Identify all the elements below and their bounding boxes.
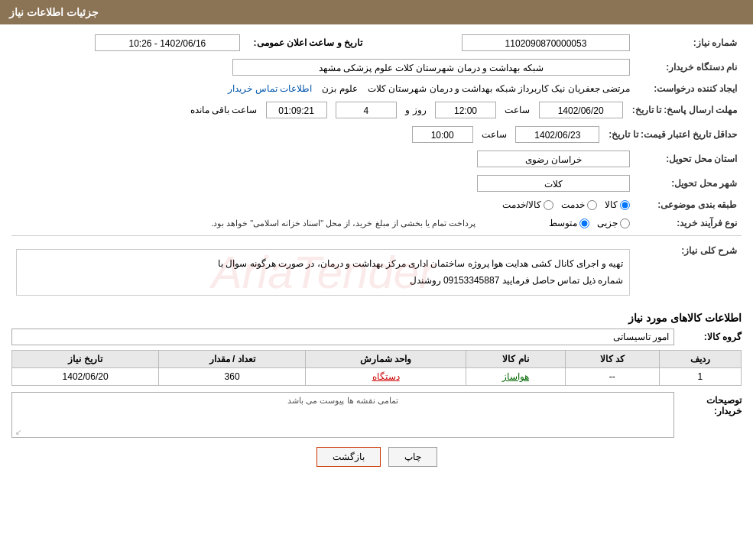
province-input: خراسان رضوی: [477, 151, 630, 167]
buyer-notes-label: توصیحات خریدار:: [680, 392, 742, 416]
description-line2: شماره ذیل تماس حاصل فرمایید 09153345887 …: [23, 273, 623, 290]
info-table-row1: شماره نیاز: 1102090870000053 تاریخ و ساع…: [11, 32, 742, 53]
buyer-notes-text: تمامی نقشه ها پیوست می باشد: [12, 393, 673, 409]
deadline-label: مهلت ارسال پاسخ: تا تاریخ:: [628, 99, 742, 121]
requester-name: مرتضی جعفریان نیک کاربرداز شبکه بهداشت و…: [368, 83, 630, 94]
description-label: شرح کلی نیاز:: [635, 241, 742, 304]
category-label: طبقه بندی موضوعی:: [635, 197, 742, 212]
city-input: کلات: [477, 175, 630, 192]
cell-unit: دستگاه: [306, 368, 466, 386]
info-table-row7: شهر محل تحویل: کلات: [11, 173, 742, 194]
buyer-value: شبکه بهداشت و درمان شهرستان کلات علوم پز…: [38, 57, 635, 78]
description-line1: تهیه و اجرای کانال کشی هدایت هوا پروژه س…: [23, 256, 623, 273]
deadline-days-input: 4: [336, 102, 397, 118]
description-box: AriaTender تهیه و اجرای کانال کشی هدایت …: [16, 249, 630, 296]
price-validity-time-input: 10:00: [412, 126, 473, 143]
buyer-notes-box: تمامی نقشه ها پیوست می باشد ↙: [11, 392, 674, 438]
deadline-time-label: ساعت: [505, 105, 530, 115]
process-label: نوع فرآیند خرید:: [635, 215, 742, 231]
province-value: خراسان رضوی: [11, 148, 635, 170]
need-number-input: 1102090870000053: [462, 34, 630, 51]
category-radio-goods[interactable]: کالا: [605, 199, 630, 210]
info-table-row9: نوع فرآیند خرید: جزیی متوسط پرداخت تمام …: [11, 215, 742, 231]
process-radio-medium[interactable]: متوسط: [549, 218, 589, 228]
deadline-remaining-input: 01:09:21: [266, 102, 327, 118]
info-table-row6: استان محل تحویل: خراسان رضوی: [11, 148, 742, 170]
requester-label: ایجاد کننده درخواست:: [635, 81, 742, 96]
goods-group-row: گروه کالا: امور تاسیساتی: [11, 329, 742, 345]
info-table-row5: حداقل تاریخ اعتبار قیمت: تا تاریخ: 1402/…: [11, 124, 742, 145]
announce-date-label: تاریخ و ساعت اعلان عمومی:: [245, 32, 367, 53]
announce-date-input: 1402/06/16 - 10:26: [95, 34, 240, 51]
deadline-days-label: روز و: [405, 105, 426, 115]
table-row: 1 -- هواساز دستگاه 360 1402/06/20: [12, 368, 742, 386]
col-header-code: کد کالا: [565, 351, 659, 368]
city-value: کلات: [11, 173, 635, 194]
page-header: جزئیات اطلاعات نیاز: [0, 0, 753, 24]
price-validity-time-label: ساعت: [482, 129, 507, 140]
requester-value: مرتضی جعفریان نیک کاربرداز شبکه بهداشت و…: [11, 81, 635, 96]
info-table-row3: ایجاد کننده درخواست: مرتضی جعفریان نیک ک…: [11, 81, 742, 96]
category-value: کالا خدمت کالا/خدمت: [11, 197, 635, 212]
deadline-value: 1402/06/20 ساعت 12:00 روز و 4 01:09:21 س…: [11, 99, 628, 121]
buyer-input: شبکه بهداشت و درمان شهرستان کلات علوم پز…: [232, 59, 630, 76]
info-table-row2: نام دستگاه خریدار: شبکه بهداشت و درمان ش…: [11, 57, 742, 78]
col-header-qty: تعداد / مقدار: [159, 351, 306, 368]
cell-date: 1402/06/20: [12, 368, 159, 386]
process-radio-partial[interactable]: جزیی: [597, 218, 630, 228]
resize-handle: ↙: [12, 428, 21, 437]
page-wrapper: جزئیات اطلاعات نیاز شماره نیاز: 11020908…: [0, 0, 753, 560]
description-section: شرح کلی نیاز: AriaTender تهیه و اجرای کا…: [11, 241, 742, 304]
cell-code: --: [565, 368, 659, 386]
cell-rownum: 1: [659, 368, 741, 386]
category-radio-service[interactable]: خدمت: [561, 199, 597, 210]
info-table-row4: مهلت ارسال پاسخ: تا تاریخ: 1402/06/20 سا…: [11, 99, 742, 121]
print-button[interactable]: چاپ: [388, 447, 437, 467]
col-header-name: نام کالا: [466, 351, 566, 368]
bottom-buttons: چاپ بازگشت: [11, 447, 742, 467]
province-label: استان محل تحویل:: [635, 148, 742, 170]
announce-date-value: 1402/06/16 - 10:26: [11, 32, 245, 53]
buyer-notes-row: توصیحات خریدار: تمامی نقشه ها پیوست می ب…: [11, 392, 742, 438]
process-value: جزیی متوسط: [480, 215, 635, 231]
deadline-remaining-label: ساعت باقی مانده: [190, 105, 258, 115]
price-validity-value: 1402/06/23 ساعت 10:00: [11, 124, 604, 145]
back-button[interactable]: بازگشت: [316, 447, 381, 467]
goods-section-heading: اطلاعات کالاهای مورد نیاز: [11, 312, 742, 324]
price-validity-label: حداقل تاریخ اعتبار قیمت: تا تاریخ:: [604, 124, 742, 145]
col-header-rownum: ردیف: [659, 351, 741, 368]
page-title: جزئیات اطلاعات نیاز: [9, 6, 99, 18]
info-table-row8: طبقه بندی موضوعی: کالا خدمت کالا/خدمت: [11, 197, 742, 212]
cell-name: هواساز: [466, 368, 566, 386]
main-content: شماره نیاز: 1102090870000053 تاریخ و ساع…: [0, 24, 753, 484]
cell-qty: 360: [159, 368, 306, 386]
divider-1: [11, 235, 742, 236]
deadline-date-input: 1402/06/20: [539, 102, 623, 118]
buyer-label: نام دستگاه خریدار:: [635, 57, 742, 78]
goods-group-value: امور تاسیساتی: [11, 329, 674, 345]
need-number-label: شماره نیاز:: [635, 32, 742, 53]
contact-link[interactable]: اطلاعات تماس خریدار: [228, 83, 312, 94]
category-radio-both[interactable]: کالا/خدمت: [502, 199, 553, 210]
requester-unit: علوم بزن: [322, 83, 357, 94]
price-validity-date-input: 1402/06/23: [515, 126, 599, 143]
col-header-unit: واحد شمارش: [306, 351, 466, 368]
need-number-value: 1102090870000053: [367, 32, 635, 53]
city-label: شهر محل تحویل:: [635, 173, 742, 194]
process-note: پرداخت تمام یا بخشی از مبلغ خرید، از محل…: [11, 215, 480, 231]
col-header-date: تاریخ نیاز: [12, 351, 159, 368]
description-content: AriaTender تهیه و اجرای کانال کشی هدایت …: [11, 241, 635, 304]
goods-table: ردیف کد کالا نام کالا واحد شمارش تعداد /…: [11, 350, 742, 386]
goods-group-label: گروه کالا:: [680, 332, 742, 342]
deadline-time-input: 12:00: [435, 102, 496, 118]
